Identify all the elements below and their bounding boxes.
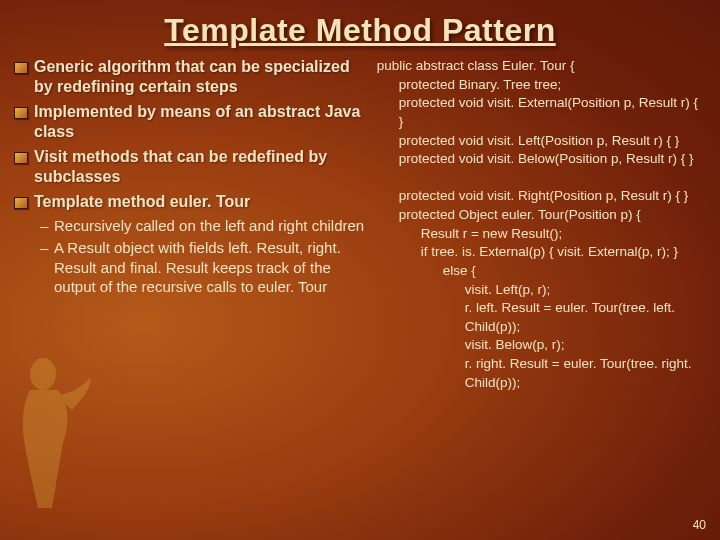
code-line: else { bbox=[377, 262, 706, 281]
code-line: public abstract class Euler. Tour { bbox=[377, 58, 575, 73]
code-line: r. right. Result = euler. Tour(tree. rig… bbox=[377, 355, 706, 392]
sub-bullet-list: Recursively called on the left and right… bbox=[14, 216, 371, 296]
code-line: protected Object euler. Tour(Position p)… bbox=[377, 206, 706, 225]
code-line: if tree. is. External(p) { visit. Extern… bbox=[377, 243, 706, 262]
code-line: visit. Below(p, r); bbox=[377, 336, 706, 355]
bullet-list: Generic algorithm that can be specialize… bbox=[14, 57, 371, 212]
left-column: Generic algorithm that can be specialize… bbox=[14, 57, 371, 392]
slide-body: Generic algorithm that can be specialize… bbox=[0, 49, 720, 392]
bullet-item: Implemented by means of an abstract Java… bbox=[14, 102, 371, 143]
code-line: r. left. Result = euler. Tour(tree. left… bbox=[377, 299, 706, 336]
code-block: public abstract class Euler. Tour { prot… bbox=[377, 57, 706, 392]
slide: Template Method Pattern Generic algorith… bbox=[0, 0, 720, 540]
sub-bullet-item: Recursively called on the left and right… bbox=[40, 216, 371, 235]
bullet-item: Template method euler. Tour bbox=[14, 192, 371, 212]
slide-title: Template Method Pattern bbox=[0, 0, 720, 49]
code-line: protected void visit. Right(Position p, … bbox=[377, 187, 706, 206]
code-line: Result r = new Result(); bbox=[377, 225, 706, 244]
code-line: protected Binary. Tree tree; bbox=[377, 76, 706, 95]
code-line: protected void visit. Left(Position p, R… bbox=[377, 132, 706, 151]
sub-bullet-item: A Result object with fields left. Result… bbox=[40, 238, 371, 296]
bullet-item: Generic algorithm that can be specialize… bbox=[14, 57, 371, 98]
bullet-item: Visit methods that can be redefined by s… bbox=[14, 147, 371, 188]
code-line: visit. Left(p, r); bbox=[377, 281, 706, 300]
page-number: 40 bbox=[693, 518, 706, 532]
code-spacer bbox=[377, 170, 381, 185]
code-line: protected void visit. Below(Position p, … bbox=[377, 150, 706, 169]
code-line: protected void visit. External(Position … bbox=[377, 94, 706, 131]
